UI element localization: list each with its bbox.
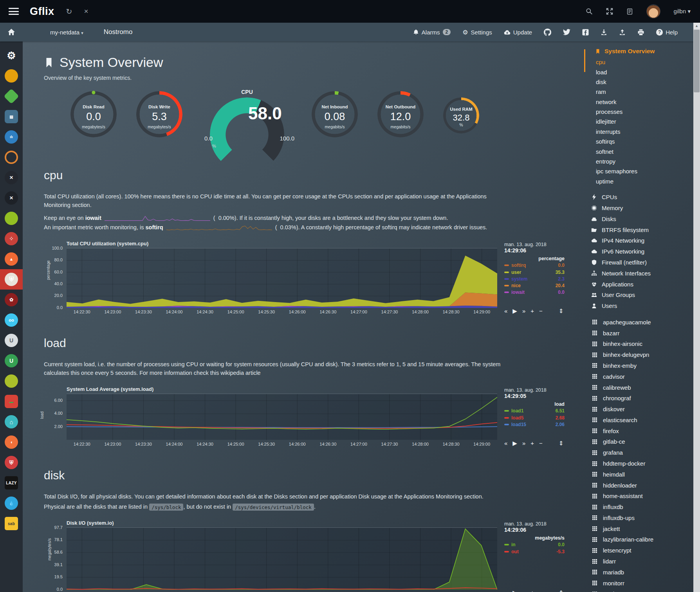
menu-subitem-uptime[interactable]: uptime <box>596 176 690 186</box>
news-icon[interactable] <box>626 8 633 15</box>
menu-app-cadvisor[interactable]: cadvisor <box>580 371 690 382</box>
app-shortcut-lime-circle-app[interactable] <box>0 371 23 391</box>
menu-subitem-ram[interactable]: ram <box>596 87 690 97</box>
app-shortcut-blue-drop-app[interactable]: 💧 <box>0 493 23 513</box>
zoom-in-icon[interactable]: + <box>530 440 534 447</box>
menu-app-monitorr[interactable]: monitorr <box>580 578 690 588</box>
menu-system-overview[interactable]: System Overview <box>580 48 690 55</box>
cpu-chart[interactable]: Total CPU utilization (system.cpu)percen… <box>44 241 565 316</box>
menu-subitem-interrupts[interactable]: interrupts <box>596 127 690 137</box>
fullscreen-icon[interactable] <box>606 8 613 15</box>
legend-entry-load15[interactable]: load152.06 <box>504 421 565 428</box>
menu-app-chronograf[interactable]: chronograf <box>580 393 690 404</box>
menu-section-user-groups[interactable]: User Groups <box>580 290 690 300</box>
app-shortcut-lazy-tile-app[interactable]: LAZY <box>0 473 23 493</box>
legend-entry-load5[interactable]: load52.68 <box>504 414 565 421</box>
menu-app-firefox[interactable]: firefox <box>580 425 690 436</box>
app-shortcut-pills-app[interactable]: ▬ <box>0 391 23 412</box>
host-dropdown[interactable]: my-netdata ▾ <box>50 29 83 36</box>
net-inbound-gauge[interactable]: Net Inbound0.08megabits/s <box>312 91 358 137</box>
menu-app-grafana[interactable]: grafana <box>580 447 690 458</box>
disk-write-gauge[interactable]: Disk Write5.3megabytes/s <box>136 91 182 137</box>
used-ram-gauge[interactable]: Used RAM32.8% <box>443 97 479 133</box>
menu-section-ipv6-networking[interactable]: IPv6 Networking <box>580 246 690 257</box>
menu-subitem-load[interactable]: load <box>596 67 690 77</box>
zoom-in-icon[interactable]: + <box>530 589 534 592</box>
app-shortcut-dark-x-app[interactable]: ✕ <box>0 167 23 188</box>
legend-entry-user[interactable]: user35.3 <box>504 269 565 275</box>
hamburger-menu-icon[interactable] <box>9 8 19 15</box>
legend-entry-out[interactable]: out-5.3 <box>504 548 565 555</box>
app-shortcut-sab-tile-app[interactable]: sab <box>0 513 23 534</box>
menu-section-applications[interactable]: Applications <box>580 279 690 290</box>
scrollbar-thumb[interactable] <box>694 30 700 92</box>
menu-app-elasticsearch[interactable]: elasticsearch <box>580 415 690 426</box>
disk-read-gauge[interactable]: Disk Read0.0megabytes/s <box>70 91 117 137</box>
scrollbar-up-arrow[interactable]: ▲ <box>693 23 700 29</box>
menu-section-disks[interactable]: Disks <box>580 213 690 224</box>
menu-app-binhex-emby[interactable]: binhex-emby <box>580 360 690 371</box>
pan-forward-icon[interactable]: » <box>522 589 525 592</box>
app-shortcut-darkred-flower-app[interactable]: ✿ <box>0 290 23 310</box>
menu-app-apacheguacamole[interactable]: apacheguacamole <box>580 317 690 327</box>
menu-app-gitlab-ce[interactable]: gitlab-ce <box>580 436 690 447</box>
chart-resize-handle-icon[interactable]: ⇕ <box>559 589 564 592</box>
app-shortcut-flame-app[interactable]: ▲ <box>0 249 23 269</box>
menu-subitem-ipc-semaphores[interactable]: ipc semaphores <box>596 166 690 176</box>
menu-subitem-disk[interactable]: disk <box>596 77 690 87</box>
menu-app-binhex-airsonic[interactable]: binhex-airsonic <box>580 338 690 349</box>
disk-io-chart[interactable]: Disk I/O (system.io)megabytes/s97.778.15… <box>44 520 565 592</box>
cpu-gauge[interactable]: CPU 58.0 0.0 100.0 % <box>202 89 292 148</box>
app-shortcut-red-shield-app[interactable]: ⛨ <box>0 269 23 290</box>
legend-entry-softirq[interactable]: softirq0.0 <box>504 262 565 269</box>
menu-subitem-idlejitter[interactable]: idlejitter <box>596 117 690 126</box>
menu-app-lazylibrarian-calibre[interactable]: lazylibrarian-calibre <box>580 534 690 545</box>
upload-icon[interactable] <box>619 29 626 36</box>
legend-entry-load1[interactable]: load16.51 <box>504 408 565 414</box>
app-shortcut-blue-bars-app[interactable]: ılı <box>0 127 23 147</box>
app-shortcut-gray-u-app[interactable]: U <box>0 330 23 351</box>
menu-subitem-cpu[interactable]: cpu <box>596 57 690 67</box>
chart-canvas[interactable] <box>67 527 497 589</box>
menu-subitem-network[interactable]: network <box>596 97 690 107</box>
zoom-out-icon[interactable]: − <box>539 440 543 447</box>
app-shortcut-gear-app[interactable]: ⚙ <box>0 45 23 66</box>
app-shortcut-red-cluster-app[interactable]: ⁘ <box>0 229 23 249</box>
menu-section-cpus[interactable]: CPUs <box>580 192 690 203</box>
chart-resize-handle-icon[interactable]: ⇕ <box>559 308 564 315</box>
menu-app-hiddenloader[interactable]: hiddenloader <box>580 480 690 491</box>
load-chart[interactable]: System Load Average (system.load)load6.0… <box>44 386 565 448</box>
app-shortcut-teal-stack-app[interactable]: ▤ <box>0 106 23 127</box>
menu-app-influxdb[interactable]: influxdb <box>580 502 690 513</box>
menu-app-calibreweb[interactable]: calibreweb <box>580 382 690 393</box>
menu-subitem-processes[interactable]: processes <box>596 107 690 117</box>
menu-subitem-softnet[interactable]: softnet <box>596 146 690 156</box>
menu-section-ipv4-networking[interactable]: IPv4 Networking <box>580 235 690 246</box>
user-menu[interactable]: gilbn ▾ <box>674 8 691 15</box>
menu-section-network-interfaces[interactable]: Network Interfaces <box>580 268 690 279</box>
zoom-out-icon[interactable]: − <box>539 308 543 315</box>
close-icon[interactable]: × <box>84 7 88 16</box>
app-shortcut-orange-circle-app[interactable] <box>0 66 23 86</box>
facebook-icon[interactable] <box>582 29 589 36</box>
alarms-button[interactable]: Alarms 2 <box>413 29 451 36</box>
menu-section-firewall-netfilter-[interactable]: Firewall (netfilter) <box>580 257 690 268</box>
menu-app-lidarr[interactable]: lidarr <box>580 556 690 567</box>
play-icon[interactable]: ▶ <box>512 308 517 315</box>
menu-app-influxdb-ups[interactable]: influxdb-ups <box>580 513 690 524</box>
download-icon[interactable] <box>601 29 607 36</box>
net-outbound-gauge[interactable]: Net Outbound12.0megabits/s <box>377 91 424 137</box>
chart-canvas[interactable] <box>67 394 497 440</box>
legend-entry-system[interactable]: system2.3 <box>504 275 565 282</box>
menu-app-diskover[interactable]: diskover <box>580 404 690 415</box>
menu-app-home-assistant[interactable]: home-assistant <box>580 491 690 502</box>
chart-canvas[interactable] <box>67 248 497 308</box>
menu-section-memory[interactable]: Memory <box>580 203 690 214</box>
menu-app-binhex-delugevpn[interactable]: binhex-delugevpn <box>580 349 690 360</box>
menu-section-users[interactable]: Users <box>580 300 690 311</box>
menu-section-btrfs-filesystem[interactable]: BTRFS filesystem <box>580 224 690 235</box>
menu-subitem-softirqs[interactable]: softirqs <box>596 137 690 146</box>
settings-button[interactable]: ⚙ Settings <box>462 29 492 36</box>
home-icon[interactable] <box>0 28 23 36</box>
menu-app-heimdall[interactable]: heimdall <box>580 469 690 480</box>
